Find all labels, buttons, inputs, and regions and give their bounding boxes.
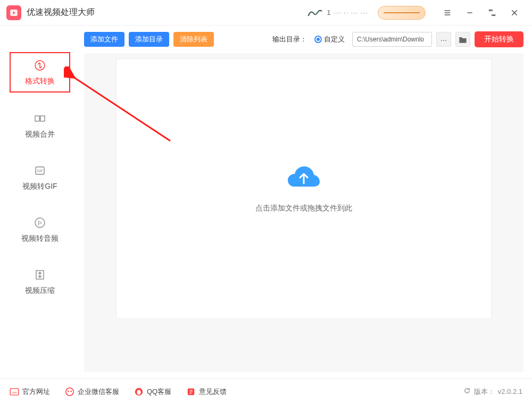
qq-icon: [134, 387, 144, 397]
sidebar-item-video-merge[interactable]: 视频合并: [10, 106, 70, 145]
sidebar-item-video-to-audio[interactable]: 视频转音频: [10, 211, 70, 249]
sidebar-item-label: 视频压缩: [10, 286, 70, 296]
sidebar-item-video-to-gif[interactable]: GIF 视频转GIF: [10, 158, 70, 197]
more-path-button[interactable]: ···: [436, 32, 451, 47]
svg-point-18: [66, 388, 73, 395]
radio-label: 自定义: [324, 35, 345, 44]
sidebar-item-label: 视频合并: [10, 130, 70, 139]
user-id-text: 1: [327, 9, 330, 16]
user-dots: ··· ·· ··· ···: [334, 9, 368, 16]
sidebar-item-label: 格式转换: [11, 77, 69, 86]
sidebar-item-label: 视频转音频: [10, 234, 70, 243]
svg-rect-9: [40, 116, 45, 121]
output-dir-label: 输出目录：: [272, 35, 307, 44]
menu-icon[interactable]: [442, 7, 453, 19]
upload-cloud-icon: [286, 164, 322, 193]
output-custom-radio[interactable]: 自定义: [314, 35, 345, 44]
status-bar: com 官方网址 企业微信客服 QQ客服 意见反馈 版本： v2.0.2.1: [0, 378, 532, 404]
version-label: 版本：: [474, 387, 495, 397]
footer-qq-support[interactable]: QQ客服: [134, 387, 171, 397]
version-area[interactable]: 版本： v2.0.2.1: [463, 387, 522, 397]
browse-folder-button[interactable]: [455, 32, 470, 47]
feedback-icon: [186, 387, 196, 397]
footer-wecom-support[interactable]: 企业微信客服: [65, 387, 119, 397]
svg-text:com: com: [12, 390, 18, 393]
start-convert-button[interactable]: 开始转换: [475, 31, 523, 47]
merge-icon: [33, 112, 47, 125]
drop-zone[interactable]: 点击添加文件或拖拽文件到此: [116, 58, 492, 319]
sidebar-item-video-compress[interactable]: 视频压缩: [10, 263, 70, 301]
title-bar: 优速视频处理大师 1 ··· ·· ··· ···: [0, 0, 532, 26]
action-toolbar: 添加文件 添加目录 清除列表 输出目录： 自定义 ··· 开始转换: [84, 30, 523, 49]
compress-icon: [33, 268, 47, 282]
svg-point-13: [35, 218, 45, 228]
footer-label: 官方网址: [22, 387, 50, 397]
svg-rect-8: [35, 116, 39, 121]
maximize-icon[interactable]: [486, 7, 498, 19]
app-title: 优速视频处理大师: [27, 7, 95, 18]
convert-icon: [33, 58, 47, 72]
minimize-icon[interactable]: [464, 7, 476, 19]
gif-icon: GIF: [33, 164, 47, 178]
add-directory-button[interactable]: 添加目录: [129, 32, 169, 47]
add-file-button[interactable]: 添加文件: [84, 32, 124, 47]
svg-point-22: [137, 390, 140, 394]
refresh-icon: [463, 387, 471, 396]
footer-feedback[interactable]: 意见反馈: [186, 387, 227, 397]
sidebar-item-format-convert[interactable]: 格式转换: [10, 52, 70, 92]
footer-official-site[interactable]: com 官方网址: [10, 387, 50, 397]
sidebar-item-label: 视频转GIF: [10, 182, 70, 191]
svg-text:GIF: GIF: [37, 169, 43, 173]
footer-label: 企业微信客服: [78, 387, 119, 397]
close-icon[interactable]: [509, 7, 520, 19]
premium-pill[interactable]: [378, 6, 426, 20]
svg-point-20: [70, 390, 72, 392]
version-number: v2.0.2.1: [498, 388, 522, 395]
clear-list-button[interactable]: 清除列表: [173, 32, 214, 47]
user-account-area[interactable]: 1 ··· ·· ··· ···: [307, 7, 368, 19]
app-logo: [6, 5, 21, 20]
drop-hint-text: 点击添加文件或拖拽文件到此: [255, 204, 352, 213]
site-icon: com: [10, 387, 19, 397]
audio-icon: [33, 216, 47, 230]
footer-label: QQ客服: [147, 387, 171, 397]
content-area: 点击添加文件或拖拽文件到此: [84, 53, 523, 372]
footer-label: 意见反馈: [199, 387, 227, 397]
radio-dot-icon: [314, 36, 322, 43]
sidebar: 格式转换 视频合并 GIF 视频转GIF 视频转音频 视频压缩: [0, 26, 80, 378]
output-path-input[interactable]: [352, 32, 432, 47]
wecom-icon: [65, 387, 74, 397]
svg-point-19: [68, 390, 69, 392]
